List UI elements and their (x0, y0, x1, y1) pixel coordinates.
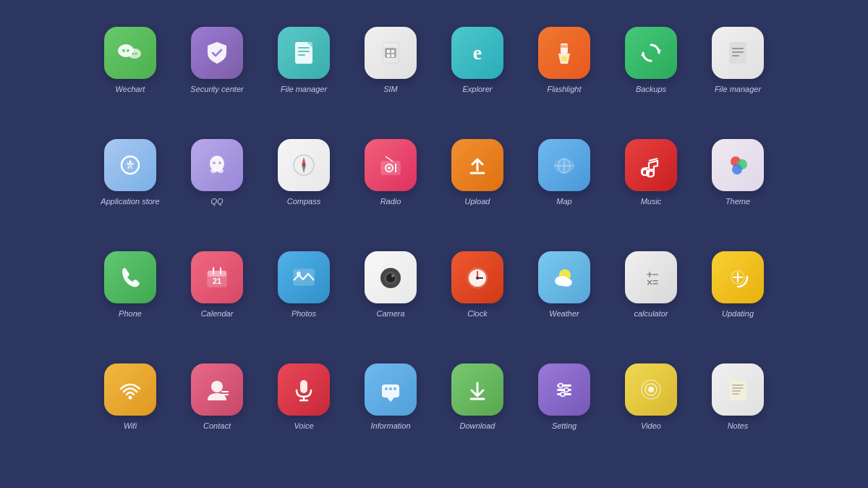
app-item-backups[interactable]: Backups (608, 20, 694, 132)
app-icon-backups (625, 27, 677, 79)
app-icon-download (451, 363, 503, 416)
app-label-video: Video (641, 421, 661, 430)
svg-point-30 (218, 169, 224, 173)
svg-point-32 (218, 161, 221, 164)
svg-point-93 (393, 387, 396, 390)
app-grid: Wechart Security center File manager SIM… (65, 5, 803, 483)
app-item-radio[interactable]: Radio (347, 132, 434, 244)
svg-point-20 (561, 56, 567, 62)
app-item-app-store[interactable]: Application store (87, 132, 174, 244)
app-item-upload[interactable]: Upload (434, 132, 521, 244)
app-item-video[interactable]: Video (608, 356, 694, 468)
app-item-phone[interactable]: Phone (87, 244, 174, 356)
app-label-setting: Setting (552, 421, 576, 430)
app-label-download: Download (460, 421, 495, 430)
app-item-sim[interactable]: SIM (347, 20, 434, 132)
app-icon-qq (191, 139, 243, 191)
svg-point-101 (564, 388, 569, 392)
app-icon-wechart (104, 27, 156, 79)
svg-point-31 (213, 161, 216, 164)
app-label-phone: Phone (119, 309, 142, 318)
app-item-information[interactable]: Information (347, 356, 434, 468)
app-item-setting[interactable]: Setting (521, 356, 608, 468)
app-item-voice[interactable]: Voice (260, 356, 347, 468)
app-label-file-manager2: File manager (715, 85, 761, 93)
app-icon-upload (451, 139, 503, 191)
app-item-file-manager[interactable]: File manager (260, 20, 347, 132)
app-label-contact: Contact (203, 421, 231, 430)
svg-point-83 (129, 396, 132, 400)
svg-point-55 (732, 164, 742, 174)
svg-point-66 (391, 274, 394, 277)
app-label-radio: Radio (380, 197, 401, 206)
app-label-map: Map (556, 197, 571, 206)
app-icon-theme (712, 139, 764, 191)
svg-rect-12 (387, 50, 390, 53)
svg-rect-14 (387, 54, 390, 57)
svg-rect-6 (295, 42, 312, 64)
app-item-compass[interactable]: Compass (260, 132, 347, 244)
app-icon-video (625, 363, 677, 416)
app-icon-flashlight (538, 27, 590, 79)
app-icon-setting (538, 363, 590, 416)
app-label-notes: Notes (728, 421, 749, 430)
app-label-voice: Voice (294, 421, 313, 430)
app-item-qq[interactable]: QQ (174, 132, 260, 244)
app-label-wechart: Wechart (116, 85, 145, 93)
app-label-qq: QQ (210, 197, 223, 206)
app-label-flashlight: Flashlight (547, 85, 581, 93)
svg-point-29 (210, 169, 216, 173)
svg-text:21: 21 (213, 277, 221, 285)
app-item-calendar[interactable]: 21 Calendar (174, 244, 260, 356)
app-item-theme[interactable]: Theme (694, 132, 781, 244)
app-label-file-manager: File manager (281, 85, 327, 93)
app-icon-information (365, 363, 417, 416)
svg-point-102 (561, 392, 565, 397)
app-item-clock[interactable]: Clock (434, 244, 521, 356)
app-item-security-center[interactable]: Security center (174, 20, 260, 132)
app-icon-app-store (104, 139, 156, 191)
svg-marker-94 (387, 397, 394, 402)
app-item-map[interactable]: Map (521, 132, 608, 244)
app-icon-radio (365, 139, 417, 191)
app-icon-notes (712, 363, 764, 416)
app-label-security-center: Security center (190, 85, 243, 93)
app-icon-camera (365, 251, 417, 303)
app-icon-phone (104, 251, 156, 303)
app-icon-weather (538, 251, 590, 303)
app-icon-file-manager (278, 27, 330, 79)
app-item-photos[interactable]: Photos (260, 244, 347, 356)
app-item-wifi[interactable]: Wifi (87, 356, 174, 468)
app-icon-file-manager2 (712, 27, 764, 79)
app-item-updating[interactable]: Updating (694, 244, 781, 356)
app-item-explorer[interactable]: e Explorer (434, 20, 521, 132)
svg-point-3 (128, 49, 141, 59)
app-item-music[interactable]: Music (608, 132, 694, 244)
svg-point-105 (648, 387, 654, 392)
app-label-clock: Clock (467, 309, 488, 318)
app-label-calculator: calculator (634, 309, 668, 318)
svg-rect-15 (391, 54, 394, 57)
svg-point-5 (135, 53, 137, 55)
app-item-flashlight[interactable]: Flashlight (521, 20, 608, 132)
app-icon-calendar: 21 (191, 251, 243, 303)
app-label-compass: Compass (287, 197, 320, 206)
app-icon-calculator: + − × = (625, 251, 677, 303)
app-icon-contact (191, 363, 243, 416)
app-label-upload: Upload (465, 197, 490, 206)
svg-point-100 (558, 384, 563, 388)
svg-rect-19 (561, 45, 568, 48)
app-icon-photos (278, 251, 330, 303)
app-item-download[interactable]: Download (434, 356, 521, 468)
app-item-camera[interactable]: Camera (347, 244, 434, 356)
app-item-notes[interactable]: Notes (694, 356, 781, 468)
app-icon-explorer: e (451, 27, 503, 79)
app-item-wechart[interactable]: Wechart (87, 20, 174, 132)
app-item-contact[interactable]: Contact (174, 356, 260, 468)
app-item-file-manager2[interactable]: File manager (694, 20, 781, 132)
svg-rect-11 (385, 48, 396, 58)
app-item-calculator[interactable]: + − × = calculator (608, 244, 694, 356)
app-item-weather[interactable]: Weather (521, 244, 608, 356)
svg-text:×: × (647, 277, 652, 288)
app-label-information: Information (370, 421, 410, 430)
